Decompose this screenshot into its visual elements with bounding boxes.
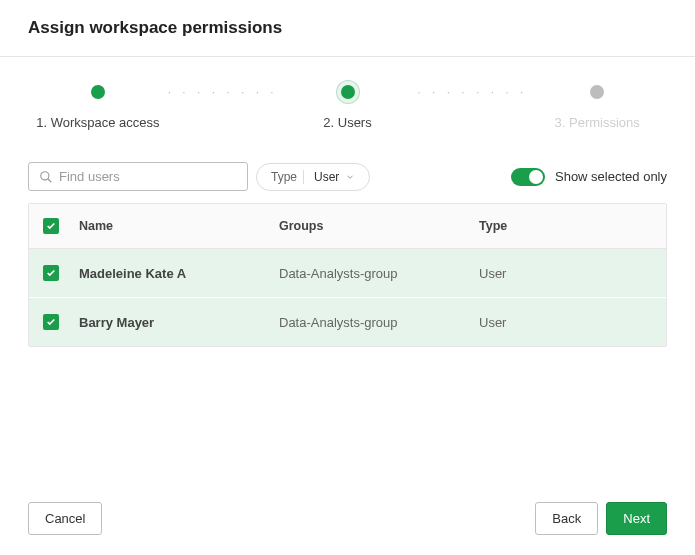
- row-type: User: [479, 315, 652, 330]
- search-icon: [39, 170, 53, 184]
- row-checkbox[interactable]: [43, 265, 59, 281]
- divider: [303, 170, 304, 184]
- step-workspace-access: 1. Workspace access: [28, 85, 168, 130]
- check-icon: [46, 317, 56, 327]
- step-dot-active-icon: [341, 85, 355, 99]
- search-field[interactable]: [28, 162, 248, 191]
- step-connector: · · · · · · · · · · · · · ·: [168, 85, 278, 99]
- row-groups: Data-Analysts-group: [279, 315, 479, 330]
- type-filter-value: User: [314, 170, 339, 184]
- show-selected-label: Show selected only: [555, 169, 667, 184]
- table-row[interactable]: Barry Mayer Data-Analysts-group User: [29, 298, 666, 346]
- cancel-button[interactable]: Cancel: [28, 502, 102, 535]
- svg-point-0: [41, 171, 49, 179]
- step-label: 1. Workspace access: [36, 115, 159, 130]
- table-header: Name Groups Type: [29, 204, 666, 249]
- step-dot-inactive-icon: [590, 85, 604, 99]
- users-table: Name Groups Type Madeleine Kate A Data-A…: [28, 203, 667, 347]
- chevron-down-icon: [345, 172, 355, 182]
- row-type: User: [479, 266, 652, 281]
- stepper: 1. Workspace access · · · · · · · · · · …: [0, 57, 695, 154]
- row-name: Barry Mayer: [79, 315, 279, 330]
- table-row[interactable]: Madeleine Kate A Data-Analysts-group Use…: [29, 249, 666, 298]
- column-header-name[interactable]: Name: [79, 219, 279, 233]
- step-label: 2. Users: [323, 115, 371, 130]
- step-users: 2. Users: [278, 85, 418, 130]
- step-label: 3. Permissions: [555, 115, 640, 130]
- back-button[interactable]: Back: [535, 502, 598, 535]
- search-input[interactable]: [59, 169, 237, 184]
- column-header-type[interactable]: Type: [479, 219, 652, 233]
- step-permissions: 3. Permissions: [527, 85, 667, 130]
- type-filter[interactable]: Type User: [256, 163, 370, 191]
- row-groups: Data-Analysts-group: [279, 266, 479, 281]
- check-icon: [46, 268, 56, 278]
- check-icon: [46, 221, 56, 231]
- column-header-groups[interactable]: Groups: [279, 219, 479, 233]
- row-checkbox[interactable]: [43, 314, 59, 330]
- next-button[interactable]: Next: [606, 502, 667, 535]
- step-connector: · · · · · · · · · · · · · ·: [417, 85, 527, 99]
- select-all-checkbox[interactable]: [43, 218, 59, 234]
- show-selected-toggle[interactable]: [511, 168, 545, 186]
- type-filter-label: Type: [271, 170, 297, 184]
- svg-line-1: [48, 178, 52, 182]
- row-name: Madeleine Kate A: [79, 266, 279, 281]
- page-title: Assign workspace permissions: [28, 18, 667, 38]
- step-dot-done-icon: [91, 85, 105, 99]
